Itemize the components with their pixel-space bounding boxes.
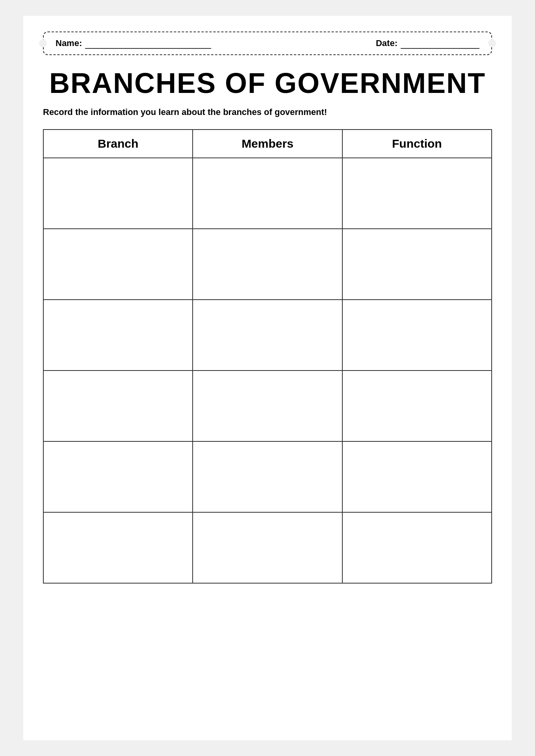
name-label: Name: <box>56 38 82 48</box>
branches-table: Branch Members Function <box>43 129 492 584</box>
cell-row3-col1[interactable] <box>193 371 342 441</box>
name-input-line[interactable] <box>85 38 211 49</box>
cell-row1-col1[interactable] <box>193 229 342 300</box>
subtitle: Record the information you learn about t… <box>43 107 492 117</box>
table-row <box>43 300 492 371</box>
cell-row0-col1[interactable] <box>193 158 342 229</box>
page-title: BRANCHES OF GOVERNMENT <box>43 67 492 99</box>
cell-row4-col1[interactable] <box>193 441 342 512</box>
cell-row2-col1[interactable] <box>193 300 342 371</box>
table-header-row: Branch Members Function <box>43 130 492 158</box>
column-function: Function <box>342 130 492 158</box>
date-field: Date: <box>376 38 479 49</box>
cell-row3-col0[interactable] <box>43 371 193 441</box>
table-row <box>43 512 492 583</box>
cell-row5-col0[interactable] <box>43 512 193 583</box>
cell-row0-col0[interactable] <box>43 158 193 229</box>
cell-row1-col2[interactable] <box>342 229 492 300</box>
cell-row4-col0[interactable] <box>43 441 193 512</box>
name-date-bar: Name: Date: <box>43 32 492 55</box>
column-members: Members <box>193 130 342 158</box>
cell-row2-col0[interactable] <box>43 300 193 371</box>
table-row <box>43 371 492 441</box>
cell-row4-col2[interactable] <box>342 441 492 512</box>
cell-row3-col2[interactable] <box>342 371 492 441</box>
name-field: Name: <box>56 38 211 49</box>
cell-row5-col1[interactable] <box>193 512 342 583</box>
column-branch: Branch <box>43 130 193 158</box>
date-input-line[interactable] <box>401 38 479 49</box>
date-label: Date: <box>376 38 398 48</box>
table-row <box>43 441 492 512</box>
worksheet-page: Name: Date: BRANCHES OF GOVERNMENT Recor… <box>23 16 512 740</box>
cell-row0-col2[interactable] <box>342 158 492 229</box>
cell-row5-col2[interactable] <box>342 512 492 583</box>
cell-row2-col2[interactable] <box>342 300 492 371</box>
table-row <box>43 229 492 300</box>
table-row <box>43 158 492 229</box>
cell-row1-col0[interactable] <box>43 229 193 300</box>
